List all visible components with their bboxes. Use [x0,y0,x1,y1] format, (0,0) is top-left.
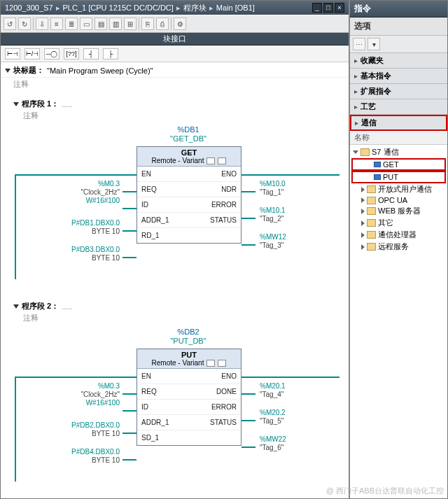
toolbar-button[interactable]: ⎙ [156,17,169,30]
folder-icon [367,185,376,193]
lad-branch[interactable]: ┤ [83,48,99,59]
function-block[interactable]: GETRemote - Variant ENENOREQNDRIDERRORAD… [136,146,241,244]
network-title-row[interactable]: 程序段 1：..... [1,97,349,111]
network-comment[interactable]: 注释 [1,313,349,328]
program-editor: 1200_300_S7▸ PLC_1 [CPU 1215C DC/DC/DC]▸… [1,1,349,498]
fb-name: GET [137,147,241,157]
group-label: 通信 [361,118,377,128]
param-tag: "Tag_1" [260,188,316,196]
help-icon[interactable] [218,360,226,367]
param-tag: "Tag_5" [260,417,316,425]
tree-folder[interactable]: 其它 [350,217,447,229]
tree-folder[interactable]: 通信处理器 [350,229,447,241]
lad-element-bar: ⊢⊣ ⊢/⊣ ─◯ [??] ┤ ├ [1,45,349,62]
param-address: %M10.0 [260,180,316,188]
collapse-icon [5,69,10,73]
tree-label: WEB 服务器 [378,206,421,216]
instruction-group[interactable]: ▸基本指令 [350,69,447,84]
toolbar-button[interactable]: ▤ [94,17,107,30]
rung-area[interactable]: %DB2"PUT_DB"PUTRemote - Variant ENENOREQ… [15,328,349,489]
toolbar-button[interactable]: ▭ [80,17,92,30]
lad-coil[interactable]: ─◯ [44,48,59,59]
port-right: STATUS [210,216,237,224]
lad-contact-nc[interactable]: ⊢/⊣ [24,48,40,59]
param-tag: "Clock_2Hz" [43,188,120,196]
lad-box[interactable]: [??] [64,48,79,59]
port-left: ADDR_1 [141,216,169,224]
port-left: RD_1 [141,232,160,239]
tree-folder[interactable]: WEB 服务器 [350,205,447,217]
network-title-row[interactable]: 程序段 2：..... [1,299,349,313]
param-tag: "Tag_4" [260,391,316,398]
toolbar-button[interactable]: ≣ [65,17,78,30]
rung-area[interactable]: %DB1"GET_DB"GETRemote - Variant ENENOREQ… [15,125,349,286]
block-interface-tab[interactable]: 块接口 [1,33,349,45]
param-tag: "Clock_2Hz" [43,391,120,398]
port-left: REQ [141,185,157,193]
toolbar-button[interactable]: ⊞ [124,17,136,30]
panel-tool[interactable]: ⋯ [353,38,365,50]
block-title-row[interactable]: 块标题： "Main Program Sweep (Cycle)" [1,62,349,78]
param-address: %M20.1 [260,382,316,390]
instruction-group[interactable]: ▸收藏夹 [350,53,447,69]
lad-contact-no[interactable]: ⊢⊣ [5,48,20,59]
toolbar-button[interactable]: ▥ [109,17,122,30]
editor-scroll-area[interactable]: 块标题： "Main Program Sweep (Cycle)" 注释 程序段… [1,62,349,498]
network-comment[interactable]: 注释 [1,111,349,125]
param-tag: "Tag_6" [260,444,316,451]
minimize-button[interactable]: _ [312,3,322,13]
close-button[interactable]: × [335,3,344,13]
tree-folder[interactable]: S7 通信 [350,146,447,158]
param-address: %M0.3 [43,180,120,188]
param-tag: BYTE 10 [43,430,120,437]
maximize-button[interactable]: □ [323,3,333,13]
folder-icon [360,148,370,156]
folder-icon [367,197,376,204]
port-left: SD_1 [141,434,159,442]
chevron-right-icon: ▸ [354,57,358,64]
param-address: W#16#100 [43,399,120,407]
options-header[interactable]: 选项 [350,17,447,36]
crumb[interactable]: Main [OB1] [216,3,255,12]
editor-toolbar: ↺ ↻ ⇩ ≡ ≣ ▭ ▤ ▥ ⊞ ⎘ ⎙ ⚙ [1,15,349,33]
toolbar-button[interactable]: ↻ [18,17,31,30]
lad-branch-close[interactable]: ├ [103,48,118,59]
port-right: STATUS [210,419,237,426]
tree-label: 其它 [378,218,393,228]
toolbar-button[interactable]: ⚙ [174,17,186,30]
instruction-tree[interactable]: S7 通信GETPUT开放式用户通信OPC UAWEB 服务器其它通信处理器远程… [350,145,447,498]
chevron-right-icon: ▸ [354,87,358,95]
function-block[interactable]: PUTRemote - Variant ENENOREQDONEIDERRORA… [136,349,241,446]
param-address: P#DB2.DBX0.0 [43,421,120,429]
toolbar-button[interactable]: ⇩ [36,17,48,30]
param-address: %M10.1 [260,206,316,214]
block-title-value: "Main Program Sweep (Cycle)" [47,66,153,75]
crumb[interactable]: PLC_1 [CPU 1215C DC/DC/DC] [63,3,174,12]
config-icon[interactable] [206,360,215,367]
tree-folder[interactable]: OPC UA [350,195,447,205]
block-comment[interactable]: 注释 [1,78,349,94]
crumb[interactable]: 1200_300_S7 [5,3,53,12]
param-address: %M0.3 [43,382,120,390]
panel-tool[interactable]: ▾ [368,38,380,50]
param-tag: "Tag_3" [260,241,316,249]
param-address: %MW12 [260,233,316,241]
tree-label: GET [383,160,399,169]
instruction-group[interactable]: ▸工艺 [350,99,447,115]
config-icon[interactable] [206,157,215,164]
toolbar-button[interactable]: ≡ [50,17,63,30]
network-title: 程序段 2： [22,301,59,311]
port-right: ERROR [211,201,237,209]
param-address: W#16#100 [43,197,120,204]
instruction-group[interactable]: ▸扩展指令 [350,84,447,99]
help-icon[interactable] [218,157,226,164]
crumb[interactable]: 程序块 [183,3,206,13]
db-reference: %DB1"GET_DB" [146,125,230,143]
tree-folder[interactable]: 开放式用户通信 [350,183,447,195]
toolbar-button[interactable]: ↺ [4,17,16,30]
tree-instruction[interactable]: GET [351,158,446,171]
tree-folder[interactable]: 远程服务 [350,241,447,253]
instruction-group[interactable]: ▸通信 [350,115,447,131]
tree-instruction[interactable]: PUT [351,171,446,183]
toolbar-button[interactable]: ⎘ [141,17,154,30]
